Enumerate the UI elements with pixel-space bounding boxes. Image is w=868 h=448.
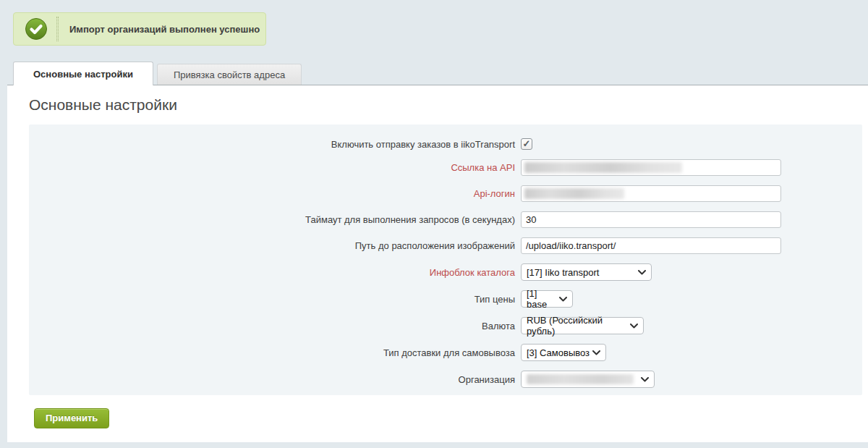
form-row-images-path: Путь до расположения изображений	[29, 237, 862, 254]
tab-address-properties[interactable]: Привязка свойств адреса	[157, 64, 302, 85]
price-type-select[interactable]: [1] base	[521, 290, 573, 308]
images-path-input[interactable]	[521, 237, 781, 254]
pickup-delivery-select[interactable]: [3] Самовывоз	[521, 344, 606, 361]
field-label: Ссылка на API	[29, 162, 521, 173]
redacted-value	[527, 374, 634, 384]
form-row-api-login: Api-логин	[29, 185, 862, 202]
field-label: Инфоблок каталога	[29, 267, 521, 278]
tab-main-settings[interactable]: Основные настройки	[13, 62, 153, 85]
banner-message: Импорт организаций выполнен успешно	[69, 24, 260, 35]
field-label: Валюта	[29, 321, 521, 331]
field-label: Api-логин	[29, 188, 521, 199]
success-check-icon	[25, 18, 47, 40]
field-label: Тип цены	[29, 294, 521, 305]
chevron-down-icon	[630, 324, 638, 329]
chevron-down-icon	[641, 377, 649, 382]
field-label: Таймаут для выполнения запросов (в секун…	[29, 214, 521, 225]
infoblock-select[interactable]: [17] Iiko transport	[521, 263, 652, 281]
selected-value: [3] Самовывоз	[527, 347, 590, 358]
selected-value: RUB (Российский рубль)	[527, 315, 630, 337]
form-row-enable-orders: Включить отправку заказов в iikoTranspor…	[29, 138, 862, 150]
form-row-pickup-delivery: Тип доставки для самовывоза [3] Самовыво…	[29, 344, 862, 361]
form-row-currency: Валюта RUB (Российский рубль)	[29, 317, 862, 334]
form-row-timeout: Таймаут для выполнения запросов (в секун…	[29, 211, 862, 228]
form-row-price-type: Тип цены [1] base	[29, 290, 862, 308]
organization-select[interactable]	[521, 371, 655, 388]
page-title: Основные настройки	[7, 85, 868, 124]
orders-enabled-checkbox[interactable]	[521, 138, 532, 150]
settings-form: Включить отправку заказов в iikoTranspor…	[29, 124, 862, 395]
field-label: Включить отправку заказов в iikoTranspor…	[29, 139, 521, 150]
chevron-down-icon	[559, 297, 567, 302]
field-label: Путь до расположения изображений	[29, 240, 521, 251]
currency-select[interactable]: RUB (Российский рубль)	[521, 317, 644, 334]
banner-divider	[56, 17, 59, 41]
selected-value: [1] base	[527, 288, 559, 310]
field-label: Организация	[29, 374, 521, 385]
form-row-organization: Организация	[29, 371, 862, 388]
settings-tabs: Основные настройки Привязка свойств адре…	[13, 61, 868, 85]
apply-button[interactable]: Применить	[34, 408, 109, 428]
api-url-input[interactable]	[521, 159, 781, 176]
api-login-input[interactable]	[521, 185, 781, 202]
form-actions: Применить	[7, 395, 868, 428]
main-content: Основные настройки Включить отправку зак…	[7, 85, 868, 442]
chevron-down-icon	[638, 270, 646, 275]
form-row-api-url: Ссылка на API	[29, 159, 862, 176]
form-row-infoblock: Инфоблок каталога [17] Iiko transport	[29, 263, 862, 281]
field-label: Тип доставки для самовывоза	[29, 347, 521, 358]
timeout-input[interactable]	[521, 211, 781, 228]
chevron-down-icon	[592, 350, 600, 355]
success-banner: Импорт организаций выполнен успешно	[13, 12, 266, 46]
selected-value: [17] Iiko transport	[527, 267, 599, 278]
